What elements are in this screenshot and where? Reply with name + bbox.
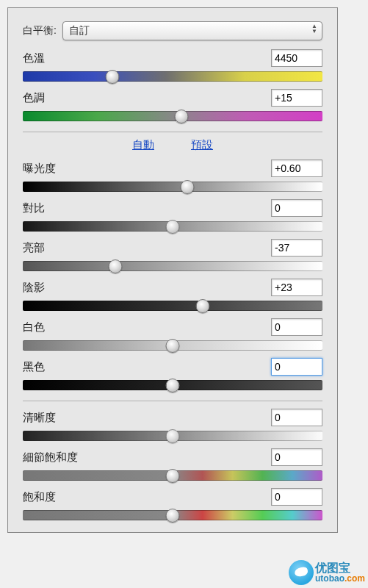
exposure-slider[interactable] bbox=[23, 182, 322, 192]
vibrance-row: 細節飽和度 bbox=[23, 448, 322, 481]
vibrance-slider[interactable] bbox=[23, 470, 322, 481]
contrast-slider-handle[interactable] bbox=[166, 220, 180, 234]
clarity-value[interactable] bbox=[271, 409, 322, 426]
default-link[interactable]: 預設 bbox=[191, 138, 213, 152]
tint-slider-handle[interactable] bbox=[175, 110, 189, 123]
saturation-label: 飽和度 bbox=[23, 490, 56, 504]
exposure-value[interactable] bbox=[271, 159, 322, 177]
watermark: 优图宝 utobao.com bbox=[289, 560, 365, 585]
white-balance-select[interactable]: 自訂 ▲▼ bbox=[62, 21, 322, 40]
logo-icon bbox=[289, 560, 314, 585]
white-balance-label: 白平衡: bbox=[23, 24, 57, 37]
saturation-value[interactable] bbox=[271, 488, 322, 506]
whites-value[interactable] bbox=[271, 318, 322, 336]
tint-slider[interactable] bbox=[23, 111, 322, 121]
tint-label: 色調 bbox=[23, 91, 45, 105]
vibrance-slider-handle[interactable] bbox=[166, 469, 180, 483]
watermark-name: 优图宝 bbox=[315, 562, 365, 574]
tint-value[interactable] bbox=[271, 89, 322, 107]
exposure-slider-handle[interactable] bbox=[181, 180, 195, 194]
contrast-slider[interactable] bbox=[23, 221, 322, 232]
blacks-row: 黑色 bbox=[23, 358, 322, 390]
shadows-row: 陰影 bbox=[23, 279, 322, 311]
clarity-slider-handle[interactable] bbox=[166, 429, 180, 443]
saturation-slider-handle[interactable] bbox=[166, 509, 180, 523]
blacks-slider[interactable] bbox=[23, 380, 322, 390]
saturation-row: 飽和度 bbox=[23, 488, 322, 520]
temperature-label: 色溫 bbox=[23, 51, 45, 65]
whites-label: 白色 bbox=[23, 320, 45, 334]
highlights-value[interactable] bbox=[271, 239, 322, 257]
vibrance-value[interactable] bbox=[271, 448, 322, 466]
blacks-value[interactable] bbox=[271, 358, 322, 376]
auto-link[interactable]: 自動 bbox=[132, 138, 154, 152]
shadows-slider-handle[interactable] bbox=[195, 299, 209, 313]
temperature-value[interactable] bbox=[271, 49, 322, 67]
auto-default-links: 自動 預設 bbox=[23, 138, 322, 152]
saturation-slider[interactable] bbox=[23, 510, 322, 520]
clarity-label: 清晰度 bbox=[23, 411, 56, 425]
exposure-label: 曝光度 bbox=[23, 162, 56, 176]
clarity-row: 清晰度 bbox=[23, 409, 322, 441]
white-balance-value: 自訂 bbox=[69, 24, 90, 37]
contrast-row: 對比 bbox=[23, 199, 322, 232]
blacks-label: 黑色 bbox=[23, 360, 45, 374]
contrast-label: 對比 bbox=[23, 201, 45, 215]
highlights-slider-handle[interactable] bbox=[109, 259, 123, 273]
white-balance-row: 白平衡: 自訂 ▲▼ bbox=[23, 21, 322, 40]
temperature-row: 色溫 bbox=[23, 49, 322, 82]
exposure-row: 曝光度 bbox=[23, 159, 322, 192]
blacks-slider-handle[interactable] bbox=[166, 379, 180, 392]
shadows-value[interactable] bbox=[271, 279, 322, 296]
shadows-label: 陰影 bbox=[23, 281, 45, 295]
updown-icon: ▲▼ bbox=[311, 24, 317, 34]
divider bbox=[23, 132, 322, 132]
contrast-value[interactable] bbox=[271, 199, 322, 217]
whites-slider[interactable] bbox=[23, 340, 322, 351]
vibrance-label: 細節飽和度 bbox=[23, 451, 78, 465]
watermark-url: utobao.com bbox=[315, 574, 365, 583]
basic-panel: 白平衡: 自訂 ▲▼ 色溫色調 自動 預設 曝光度對比亮部陰影白色黑色 清晰度細… bbox=[7, 7, 338, 533]
temperature-slider[interactable] bbox=[23, 71, 322, 82]
tint-row: 色調 bbox=[23, 89, 322, 121]
shadows-slider[interactable] bbox=[23, 301, 322, 311]
clarity-slider[interactable] bbox=[23, 431, 322, 441]
highlights-label: 亮部 bbox=[23, 241, 45, 255]
whites-row: 白色 bbox=[23, 318, 322, 351]
highlights-slider[interactable] bbox=[23, 261, 322, 271]
highlights-row: 亮部 bbox=[23, 239, 322, 271]
whites-slider-handle[interactable] bbox=[166, 339, 180, 353]
divider bbox=[23, 401, 322, 401]
temperature-slider-handle[interactable] bbox=[106, 70, 120, 84]
